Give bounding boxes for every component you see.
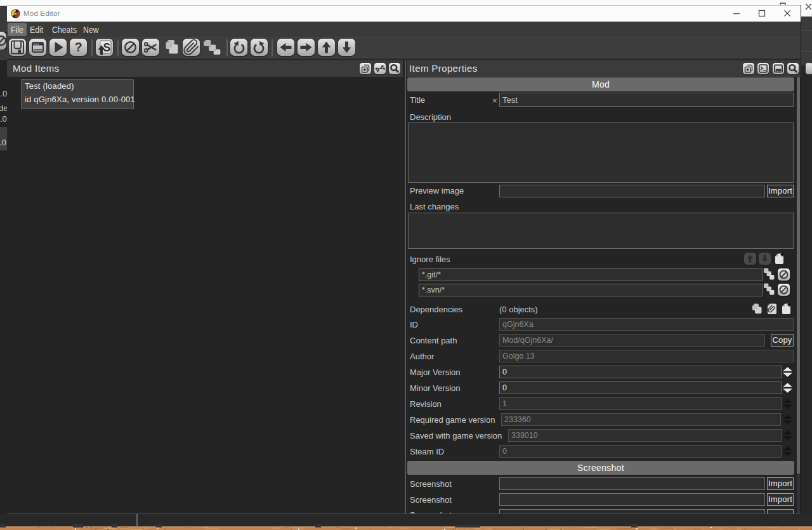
svg-text:S: S xyxy=(103,41,110,54)
